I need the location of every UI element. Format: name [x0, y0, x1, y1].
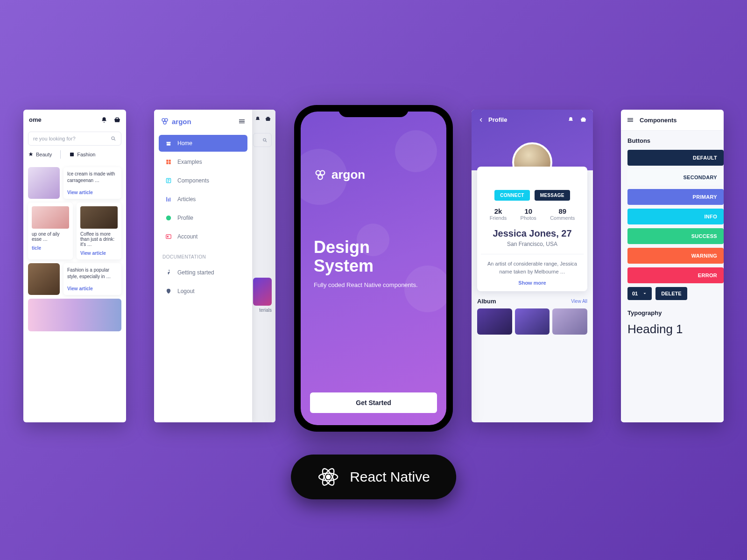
default-button[interactable]: DEFAULT	[627, 150, 724, 166]
view-article-link[interactable]: ticle	[32, 245, 69, 251]
nav-item-profile[interactable]: Profile	[159, 210, 247, 226]
svg-point-4	[165, 119, 168, 121]
page-title: Profile	[488, 116, 507, 123]
nav-item-components[interactable]: Components	[159, 172, 247, 189]
svg-point-2	[263, 138, 266, 141]
primary-button[interactable]: PRIMARY	[627, 189, 724, 205]
chevron-down-icon	[642, 291, 647, 296]
success-button[interactable]: SUCCESS	[627, 228, 724, 244]
react-icon	[317, 466, 339, 488]
hero-image	[28, 299, 121, 331]
delete-button[interactable]: DELETE	[655, 287, 687, 300]
svg-point-9	[167, 236, 168, 237]
nav-item-icon	[165, 269, 172, 276]
svg-point-0	[112, 137, 114, 140]
thumbnail	[80, 206, 118, 229]
svg-point-3	[162, 119, 165, 121]
secondary-button[interactable]: SECONDARY	[627, 169, 724, 185]
nav-item-icon	[165, 159, 172, 165]
section-label: Buttons	[627, 137, 724, 144]
warning-button[interactable]: WARNING	[627, 248, 724, 264]
thumbnail	[32, 206, 69, 229]
brand-logo: argon	[161, 117, 191, 126]
nav-item-icon	[165, 196, 172, 203]
profile-bio: An artist of considerable range, Jessica…	[483, 260, 582, 275]
basket-icon[interactable]	[580, 117, 586, 123]
drawer-screen: terials argon HomeExamplesComponentsArti…	[154, 110, 275, 422]
show-more-link[interactable]: Show more	[483, 280, 582, 286]
brand-logo: argon	[314, 168, 433, 182]
search-input[interactable]: re you looking for?	[28, 132, 121, 146]
subtitle: Fully coded React Native components.	[314, 281, 433, 288]
svg-point-13	[326, 475, 330, 479]
section-label: DOCUMENTATION	[154, 247, 252, 262]
bell-icon[interactable]	[568, 117, 574, 123]
error-button[interactable]: ERROR	[627, 267, 724, 283]
menu-icon[interactable]	[238, 118, 246, 125]
svg-point-10	[316, 170, 320, 175]
album-thumb[interactable]	[552, 308, 587, 335]
nav-item-getting-started[interactable]: Getting started	[159, 264, 247, 281]
view-all-link[interactable]: View All	[571, 299, 587, 304]
stat-friends: 2kFriends	[490, 207, 507, 221]
profile-name: Jessica Jones, 27	[483, 228, 582, 239]
profile-screen: Profile CONNECT MESSAGE 2kFriends10Photo…	[472, 110, 593, 422]
article-card[interactable]: Fashion is a popular style, especially i…	[28, 263, 121, 295]
svg-point-11	[320, 170, 324, 175]
stat-photos: 10Photos	[521, 207, 536, 221]
heading: DesignSystem	[314, 238, 433, 275]
basket-icon[interactable]	[265, 116, 271, 122]
nav-item-icon	[165, 288, 172, 294]
category-beauty[interactable]: Beauty	[28, 152, 52, 157]
stat-comments: 89Comments	[550, 207, 575, 221]
nav-item-logout[interactable]: Logout	[159, 283, 247, 300]
album-thumb[interactable]	[515, 308, 550, 335]
album-title: Album	[477, 298, 496, 305]
menu-icon[interactable]	[627, 116, 634, 124]
thumbnail	[28, 263, 60, 295]
profile-location: San Francisco, USA	[483, 241, 582, 247]
view-article-link[interactable]: View article	[67, 286, 118, 291]
nav-item-icon	[165, 215, 172, 221]
category-fashion[interactable]: Fashion	[69, 152, 95, 157]
get-started-button[interactable]: Get Started	[310, 392, 437, 413]
search-input[interactable]	[253, 133, 272, 147]
heading-sample: Heading 1	[627, 322, 724, 336]
nav-drawer: argon HomeExamplesComponentsArticlesProf…	[154, 110, 252, 422]
bell-icon[interactable]	[255, 116, 261, 122]
components-screen: Components Buttons DEFAULTSECONDARYPRIMA…	[621, 110, 724, 422]
thumbnail	[253, 278, 272, 306]
svg-point-7	[166, 216, 171, 221]
nav-item-examples[interactable]: Examples	[159, 154, 247, 170]
article-card[interactable]: Ice cream is made with carrageenan … Vie…	[28, 167, 121, 199]
search-icon	[111, 136, 116, 141]
nav-item-icon	[165, 177, 172, 184]
home-screen: ome re you looking for? Beauty Fashion I…	[23, 110, 126, 422]
view-article-link[interactable]: View article	[80, 251, 118, 256]
bell-icon[interactable]	[101, 117, 107, 123]
nav-item-account[interactable]: Account	[159, 228, 247, 245]
select-dropdown[interactable]: 01	[627, 287, 652, 300]
album-thumb[interactable]	[477, 308, 512, 335]
thumbnail	[28, 167, 60, 199]
phone-frame: argon DesignSystem Fully coded React Nat…	[294, 105, 453, 432]
section-label: Typography	[627, 309, 724, 316]
nav-item-icon	[165, 140, 172, 147]
basket-icon[interactable]	[114, 117, 120, 123]
svg-point-12	[318, 175, 322, 179]
connect-button[interactable]: CONNECT	[494, 190, 530, 201]
back-icon[interactable]	[478, 117, 484, 123]
splash-screen: argon DesignSystem Fully coded React Nat…	[301, 112, 446, 425]
view-article-link[interactable]: View article	[67, 190, 118, 195]
divider	[60, 150, 61, 159]
message-button[interactable]: MESSAGE	[535, 190, 570, 201]
article-card[interactable]: up one of aily esse … ticle	[28, 203, 73, 259]
nav-item-home[interactable]: Home	[159, 135, 247, 152]
article-card[interactable]: Coffee is more than just a drink: it's ……	[77, 203, 121, 259]
page-title: ome	[29, 116, 42, 123]
info-button[interactable]: INFO	[627, 209, 724, 224]
page-title: Components	[640, 117, 677, 124]
nav-item-icon	[165, 233, 172, 240]
nav-item-articles[interactable]: Articles	[159, 191, 247, 208]
svg-rect-1	[70, 153, 74, 156]
